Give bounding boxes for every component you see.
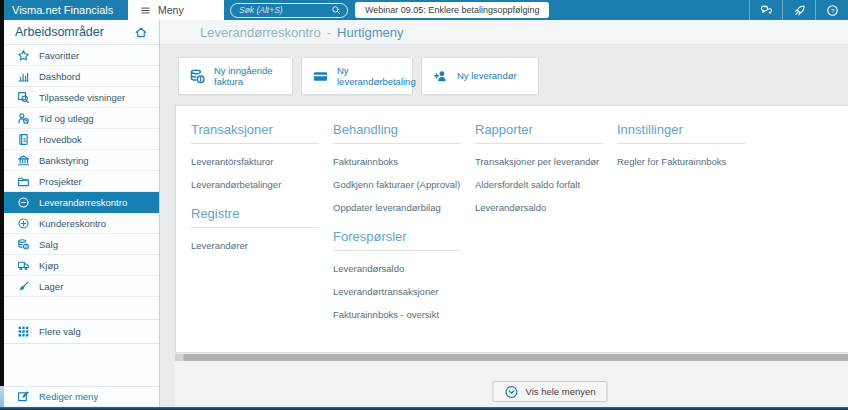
chat-icon <box>759 4 773 16</box>
quick-menu-panel: Transaksjoner Leverantörsfakturor Levera… <box>175 105 848 353</box>
new-supplier-button[interactable]: Ny leverandør <box>421 57 539 95</box>
quick-action-label: Ny leverandør <box>457 70 517 81</box>
menu-column-1: Transaksjoner Leverantörsfakturor Levera… <box>191 122 333 352</box>
top-bar: Visma.net Financials Meny <box>4 0 848 20</box>
sidebar-item-kundereskontro[interactable]: Kundereskontro <box>4 213 159 234</box>
sidebar-item-label: Flere valg <box>39 326 81 337</box>
edit-menu-button[interactable]: Rediger meny <box>4 386 159 407</box>
breadcrumb: Leverandørreskontro - Hurtigmeny <box>160 20 848 45</box>
menu-label: Meny <box>158 4 184 16</box>
menu-link-leverandorsaldo-rapport[interactable]: Leverandørsaldo <box>475 202 617 213</box>
menu-column-3: Rapporter Transaksjoner per leverandør A… <box>475 122 617 352</box>
workspaces-sidebar: Arbeidsområder Favoritter Dashbord Tilpa… <box>4 20 160 407</box>
sidebar-item-dashbord[interactable]: Dashbord <box>4 66 159 87</box>
payment-card-icon <box>312 69 329 84</box>
sidebar-item-label: Dashbord <box>39 71 80 82</box>
coins-icon <box>17 238 30 251</box>
window-left-edge <box>0 0 4 386</box>
hamburger-icon <box>140 5 151 16</box>
sidebar-item-label: Tilpassede visninger <box>39 92 125 103</box>
quick-action-label: Ny inngående faktura <box>214 65 282 88</box>
sidebar-item-tilpassede-visninger[interactable]: Tilpassede visninger <box>4 87 159 108</box>
global-search <box>230 0 348 20</box>
menu-link-leverantorsfakturor[interactable]: Leverantörsfakturor <box>191 156 333 167</box>
sidebar-item-label: Kundereskontro <box>39 218 106 229</box>
sidebar-item-leverandorreskontro[interactable]: Leverandørreskontro <box>4 192 159 213</box>
show-full-menu-button[interactable]: Vis hele menyen <box>492 381 607 402</box>
whats-new-button[interactable] <box>782 0 815 20</box>
quick-actions: Ny inngående faktura Ny leverandørbetali… <box>178 57 539 95</box>
sidebar-item-label: Bankstyring <box>39 155 89 166</box>
screen: Visma.net Financials Meny <box>0 0 848 410</box>
brand-label: Visma.net Financials <box>12 4 113 16</box>
new-incoming-invoice-button[interactable]: Ny inngående faktura <box>178 57 293 95</box>
sidebar-item-label: Favoritter <box>39 50 79 61</box>
menu-link-fakturainnboks-oversikt[interactable]: Fakturainnboks - oversikt <box>333 309 475 320</box>
breadcrumb-section[interactable]: Leverandørreskontro <box>200 25 321 40</box>
sidebar-item-kjop[interactable]: Kjøp <box>4 255 159 276</box>
brand-switcher[interactable]: Visma.net Financials <box>4 0 128 20</box>
sidebar-item-favoritter[interactable]: Favoritter <box>4 45 159 66</box>
star-icon <box>17 49 30 62</box>
invoice-coins-icon <box>189 68 206 85</box>
sidebar-item-bankstyring[interactable]: Bankstyring <box>4 150 159 171</box>
menu-column-2: Behandling Fakturainnboks Godkjenn faktu… <box>333 122 475 352</box>
menu-link-leverandorer[interactable]: Leverandører <box>191 240 333 251</box>
menu-section-heading: Transaksjoner <box>191 122 319 144</box>
sidebar-item-flere-valg[interactable]: Flere valg <box>4 319 159 344</box>
sidebar-gap <box>4 297 159 319</box>
sidebar-item-label: Tid og utlegg <box>39 113 94 124</box>
page-title: Hurtigmeny <box>337 25 403 40</box>
folder-icon <box>17 175 30 188</box>
menu-section-heading: Behandling <box>333 122 461 144</box>
help-icon: ? <box>826 4 839 17</box>
sidebar-item-lager[interactable]: Lager <box>4 276 159 297</box>
sidebar-item-label: Rediger meny <box>39 391 98 402</box>
broom-icon <box>17 280 30 293</box>
search-icon[interactable] <box>331 5 341 15</box>
edit-icon <box>17 390 30 403</box>
main-menu-button[interactable]: Meny <box>128 0 224 20</box>
sidebar-item-salg[interactable]: Salg <box>4 234 159 255</box>
sidebar-item-label: Lager <box>39 281 63 292</box>
menu-section-heading: Forespørsler <box>333 229 461 251</box>
horizontal-scrollbar[interactable] <box>175 354 848 361</box>
feedback-chat-button[interactable] <box>749 0 782 20</box>
menu-column-4: Innstillinger Regler for Fakturainnboks <box>617 122 759 352</box>
home-icon[interactable] <box>134 26 148 39</box>
menu-link-leverandorsaldo[interactable]: Leverandørsaldo <box>333 263 475 274</box>
minus-circle-icon <box>17 196 30 209</box>
menu-link-aldersfordelt-saldo[interactable]: Aldersfordelt saldo forfalt <box>475 179 617 190</box>
webinar-banner-button[interactable]: Webinar 09.05: Enklere betalingsoppfølgi… <box>355 2 549 18</box>
scrollbar-left-button[interactable] <box>175 354 184 361</box>
menu-link-leverandorbetalinger[interactable]: Leverandørbetalinger <box>191 179 333 190</box>
body: Arbeidsområder Favoritter Dashbord Tilpa… <box>4 20 848 407</box>
svg-text:?: ? <box>830 7 833 13</box>
webinar-label: Webinar 09.05: Enklere betalingsoppfølgi… <box>365 5 539 15</box>
sidebar-header: Arbeidsområder <box>4 20 159 45</box>
custom-views-icon <box>17 91 30 104</box>
app-window: Visma.net Financials Meny <box>4 0 848 407</box>
menu-link-fakturainnboks[interactable]: Fakturainnboks <box>333 156 475 167</box>
circle-chevron-down-icon <box>504 385 518 399</box>
sidebar-item-tid-og-utlegg[interactable]: Tid og utlegg <box>4 108 159 129</box>
person-time-icon <box>17 112 30 125</box>
menu-link-oppdater-leverandorbilag[interactable]: Oppdater leverandørbilag <box>333 202 475 213</box>
sidebar-item-label: Leverandørreskontro <box>39 197 127 208</box>
menu-link-transaksjoner-per-leverandor[interactable]: Transaksjoner per leverandør <box>475 156 617 167</box>
search-box[interactable] <box>230 3 348 18</box>
search-input[interactable] <box>237 4 331 16</box>
menu-link-regler-for-fakturainnboks[interactable]: Regler for Fakturainnboks <box>617 156 759 167</box>
menu-section-heading: Rapporter <box>475 122 603 144</box>
quick-action-label: Ny leverandørbetaling <box>337 65 415 88</box>
scrollbar-thumb[interactable] <box>184 354 848 361</box>
sidebar-item-hovedbok[interactable]: $ Hovedbok <box>4 129 159 150</box>
sidebar-item-prosjekter[interactable]: Prosjekter <box>4 171 159 192</box>
show-full-menu-label: Vis hele menyen <box>525 386 595 397</box>
menu-link-godkjenn-fakturaer[interactable]: Godkjenn fakturaer (Approval) <box>333 179 475 190</box>
rocket-icon <box>793 4 806 17</box>
help-button[interactable]: ? <box>815 0 848 20</box>
svg-text:$: $ <box>23 136 27 142</box>
menu-link-leverandortransaksjoner[interactable]: Leverandørtransaksjoner <box>333 286 475 297</box>
new-supplier-payment-button[interactable]: Ny leverandørbetaling <box>301 57 413 95</box>
